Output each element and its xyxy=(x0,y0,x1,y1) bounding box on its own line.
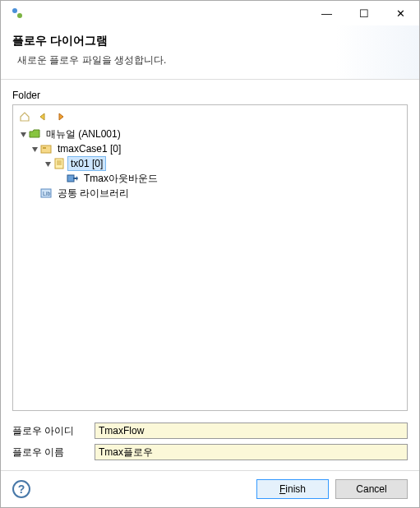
dialog-header: 플로우 다이어그램 새로운 플로우 파일을 생성합니다. xyxy=(1,25,419,80)
dialog-title: 플로우 다이어그램 xyxy=(12,34,408,48)
input-fields: 플로우 아이디 플로우 이름 xyxy=(12,423,408,465)
dialog-window: — ☐ ✕ 플로우 다이어그램 새로운 플로우 파일을 생성합니다. Folde… xyxy=(0,0,420,508)
tree-node-label: tmaxCase1 [0] xyxy=(55,142,123,155)
maximize-button[interactable]: ☐ xyxy=(345,1,382,25)
finish-rest: inish xyxy=(285,483,306,495)
svg-point-0 xyxy=(12,8,17,13)
help-icon[interactable]: ? xyxy=(12,480,30,498)
tree-node-root[interactable]: 매뉴얼 (ANL001) xyxy=(13,127,407,141)
folder-label: Folder xyxy=(12,90,408,101)
cancel-button[interactable]: Cancel xyxy=(335,479,408,499)
dialog-description: 새로운 플로우 파일을 생성합니다. xyxy=(12,53,408,67)
folder-tree[interactable]: 매뉴얼 (ANL001) xyxy=(13,127,407,201)
tree-node-case[interactable]: tmaxCase1 [0] xyxy=(13,141,407,156)
folder-tree-container: 매뉴얼 (ANL001) xyxy=(12,104,408,411)
svg-rect-2 xyxy=(41,145,51,153)
flow-id-input[interactable] xyxy=(95,423,408,439)
svg-rect-8 xyxy=(67,175,74,182)
minimize-button[interactable]: — xyxy=(308,1,345,25)
svg-point-1 xyxy=(17,13,22,18)
titlebar: — ☐ ✕ xyxy=(1,1,419,25)
tree-node-outbound[interactable]: Tmax아웃바운드 xyxy=(13,171,407,186)
expand-icon[interactable] xyxy=(43,160,53,168)
finish-button[interactable]: Finish xyxy=(256,479,329,499)
tree-node-label: 공통 라이브러리 xyxy=(55,186,132,201)
case-icon xyxy=(39,142,53,155)
dialog-footer: ? Finish Cancel xyxy=(1,470,419,507)
app-icon xyxy=(11,7,24,20)
flow-id-row: 플로우 아이디 xyxy=(12,423,408,439)
forward-icon[interactable] xyxy=(54,110,67,123)
tree-node-label: 매뉴얼 (ANL001) xyxy=(44,127,123,142)
dialog-body: Folder xyxy=(1,80,419,470)
flow-name-label: 플로우 이름 xyxy=(12,446,95,460)
home-icon[interactable] xyxy=(18,110,31,123)
tree-node-label: Tmax아웃바운드 xyxy=(81,171,160,187)
expand-icon[interactable] xyxy=(18,131,28,138)
folder-open-icon xyxy=(28,127,41,141)
close-button[interactable]: ✕ xyxy=(382,1,419,25)
document-icon xyxy=(53,157,66,170)
svg-rect-3 xyxy=(43,147,46,149)
outbound-icon xyxy=(66,172,79,185)
flow-name-input[interactable] xyxy=(95,444,408,460)
library-icon: Lib xyxy=(39,187,53,200)
tree-toolbar xyxy=(13,109,407,127)
tree-node-lib[interactable]: Lib 공통 라이브러리 xyxy=(13,186,407,201)
tree-node-tx[interactable]: tx01 [0] xyxy=(13,156,407,171)
svg-rect-4 xyxy=(55,159,63,169)
expand-icon[interactable] xyxy=(30,145,39,153)
footer-buttons: Finish Cancel xyxy=(256,479,408,499)
tree-node-label: tx01 [0] xyxy=(68,157,105,170)
flow-name-row: 플로우 이름 xyxy=(12,444,408,460)
svg-text:Lib: Lib xyxy=(43,191,50,196)
back-icon[interactable] xyxy=(36,110,49,123)
flow-id-label: 플로우 아이디 xyxy=(12,424,95,438)
